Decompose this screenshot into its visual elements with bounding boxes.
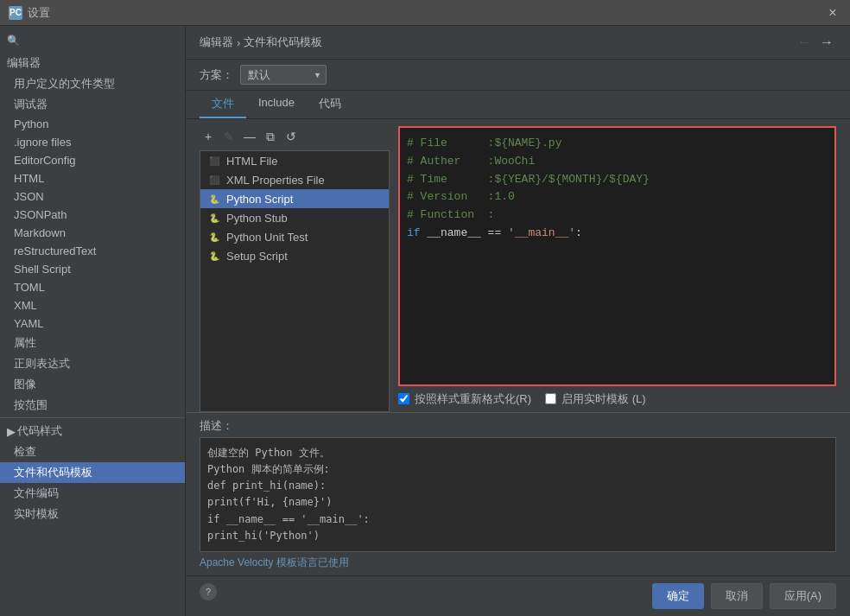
sidebar-item-shell-script[interactable]: Shell Script <box>0 260 185 278</box>
python-unit-test-icon: 🐍 <box>207 230 221 244</box>
sidebar-item-file-code-template[interactable]: 文件和代码模板 <box>0 462 185 483</box>
sidebar-item-python[interactable]: Python <box>0 115 185 133</box>
cancel-button[interactable]: 取消 <box>711 583 763 609</box>
xml-properties-icon: ⬛ <box>207 173 221 187</box>
edit-button[interactable]: ✎ <box>220 128 238 145</box>
sidebar-item-user-file-types[interactable]: 用户定义的文件类型 <box>0 73 185 94</box>
list-item-python-script[interactable]: 🐍 Python Script <box>200 189 389 208</box>
reformat-label: 按照样式重新格式化(R) <box>415 391 531 407</box>
sidebar-item-yaml[interactable]: YAML <box>0 314 185 333</box>
apply-button[interactable]: 应用(A) <box>770 583 836 609</box>
sidebar-item-inspection[interactable]: 检查 <box>0 441 185 462</box>
reformat-checkbox-label[interactable]: 按照样式重新格式化(R) <box>398 391 531 407</box>
sidebar-item-code-style[interactable]: ▶ 代码样式 <box>0 420 185 441</box>
breadcrumb-separator: › <box>237 36 240 49</box>
tab-files[interactable]: 文件 <box>200 91 246 118</box>
forward-button[interactable]: → <box>817 33 836 52</box>
panel-header: 编辑器 › 文件和代码模板 ← → <box>186 26 850 60</box>
code-line-7: if __name__ == '__main__': <box>407 225 828 243</box>
sidebar-item-jsonpath[interactable]: JSONPath <box>0 206 185 224</box>
search-bar: 🔍 <box>0 29 185 52</box>
html-file-icon: ⬛ <box>207 154 221 168</box>
reformat-checkbox[interactable] <box>398 393 409 404</box>
copy-button[interactable]: ⧉ <box>262 128 279 145</box>
scheme-dropdown[interactable]: 默认 <box>240 65 327 85</box>
app-icon: PC <box>9 6 22 20</box>
sidebar-item-live-templates[interactable]: 实时模板 <box>0 504 185 524</box>
code-editor[interactable]: # File :${NAME}.py # Auther :WooChi # Ti… <box>398 126 836 386</box>
tab-code[interactable]: 代码 <box>307 91 353 118</box>
breadcrumb: 编辑器 › 文件和代码模板 <box>200 35 322 50</box>
code-line-3: # Time :${YEAR}/${MONTH}/${DAY} <box>407 171 828 189</box>
sidebar-item-xml[interactable]: XML <box>0 296 185 314</box>
file-list-toolbar: + ✎ — ⧉ ↺ <box>200 126 390 147</box>
sidebar: 🔍 编辑器 用户定义的文件类型 调试器 Python .ignore files… <box>0 26 186 616</box>
desc-line-7: print_hi('Python') <box>207 528 828 544</box>
description-content: 创建空的 Python 文件。 Python 脚本的简单示例: def prin… <box>200 437 836 552</box>
description-label: 描述： <box>200 418 836 434</box>
sidebar-item-scope[interactable]: 按范围 <box>0 395 185 416</box>
sidebar-item-editor-config[interactable]: EditorConfig <box>0 151 185 169</box>
breadcrumb-part1: 编辑器 <box>200 35 233 50</box>
file-list: ⬛ HTML File ⬛ XML Properties File 🐍 Pyth… <box>200 150 390 412</box>
reset-button[interactable]: ↺ <box>282 128 300 145</box>
nav-arrows: ← → <box>795 33 836 52</box>
sidebar-item-regex[interactable]: 正则表达式 <box>0 353 185 374</box>
settings-dialog: PC 设置 × 🔍 编辑器 用户定义的文件类型 调试器 Python <box>0 0 850 616</box>
desc-line-3: def print_hi(name): <box>207 478 828 494</box>
ok-button[interactable]: 确定 <box>652 583 704 609</box>
desc-line-1: 创建空的 Python 文件。 <box>207 445 828 461</box>
scheme-select-wrapper: 默认 <box>240 65 327 85</box>
sidebar-item-images[interactable]: 图像 <box>0 374 185 395</box>
bottom-bar: ? 确定 取消 应用(A) <box>186 575 850 616</box>
code-line-1: # File :${NAME}.py <box>407 135 828 153</box>
desc-line-2: Python 脚本的简单示例: <box>207 461 828 478</box>
list-item-setup-script[interactable]: 🐍 Setup Script <box>200 246 389 265</box>
breadcrumb-part2: 文件和代码模板 <box>244 35 322 50</box>
scheme-bar: 方案： 默认 <box>186 60 850 91</box>
tabs-bar: 文件 Include 代码 <box>186 91 850 119</box>
code-area: # File :${NAME}.py # Auther :WooChi # Ti… <box>398 126 836 412</box>
close-button[interactable]: × <box>824 4 841 22</box>
back-button[interactable]: ← <box>795 33 814 52</box>
file-list-section: + ✎ — ⧉ ↺ ⬛ HTML File ⬛ XML Propert <box>200 126 390 412</box>
titlebar: PC 设置 × <box>0 0 850 26</box>
desc-line-4: print(f'Hi, {name}') <box>207 494 828 511</box>
list-item-html-file[interactable]: ⬛ HTML File <box>200 151 389 170</box>
sidebar-item-toml[interactable]: TOML <box>0 278 185 296</box>
sidebar-item-label: 编辑器 <box>7 55 41 71</box>
python-script-icon: 🐍 <box>207 192 221 206</box>
sidebar-item-restructuredtext[interactable]: reStructuredText <box>0 242 185 260</box>
divider <box>0 417 185 418</box>
remove-button[interactable]: — <box>241 128 258 145</box>
sidebar-item-file-encoding[interactable]: 文件编码 <box>0 483 185 504</box>
description-area: 描述： 创建空的 Python 文件。 Python 脚本的简单示例: def … <box>186 412 850 575</box>
enable-live-checkbox[interactable] <box>545 393 556 404</box>
scheme-label: 方案： <box>200 67 233 83</box>
list-item-xml-properties[interactable]: ⬛ XML Properties File <box>200 170 389 189</box>
tab-include[interactable]: Include <box>246 91 307 118</box>
list-item-python-unit-test[interactable]: 🐍 Python Unit Test <box>200 227 389 246</box>
sidebar-item-debugger[interactable]: 调试器 <box>0 94 185 115</box>
enable-live-label: 启用实时模板 (L) <box>561 391 646 407</box>
sidebar-item-html[interactable]: HTML <box>0 169 185 187</box>
sidebar-item-json[interactable]: JSON <box>0 187 185 206</box>
sidebar-item-markdown[interactable]: Markdown <box>0 224 185 242</box>
main-content: 🔍 编辑器 用户定义的文件类型 调试器 Python .ignore files… <box>0 26 850 616</box>
description-footer: Apache Velocity 模板语言已使用 <box>200 556 836 570</box>
sidebar-item-properties[interactable]: 属性 <box>0 333 185 353</box>
sidebar-item-ignore-files[interactable]: .ignore files <box>0 133 185 151</box>
titlebar-left: PC 设置 <box>9 5 50 21</box>
arrow-right-icon: ▶ <box>7 425 16 438</box>
add-button[interactable]: + <box>200 128 217 145</box>
right-panel: 编辑器 › 文件和代码模板 ← → 方案： 默认 <box>186 26 850 616</box>
code-line-5: # Function : <box>407 206 828 225</box>
titlebar-title: 设置 <box>28 5 50 21</box>
help-button[interactable]: ? <box>200 583 217 600</box>
list-item-python-stub[interactable]: 🐍 Python Stub <box>200 208 389 227</box>
desc-line-6: if __name__ == '__main__': <box>207 511 828 528</box>
sidebar-item-editor[interactable]: 编辑器 <box>0 52 185 73</box>
enable-live-checkbox-label[interactable]: 启用实时模板 (L) <box>545 391 646 407</box>
options-bar: 按照样式重新格式化(R) 启用实时模板 (L) <box>398 386 836 412</box>
template-panel: + ✎ — ⧉ ↺ ⬛ HTML File ⬛ XML Propert <box>186 119 850 412</box>
